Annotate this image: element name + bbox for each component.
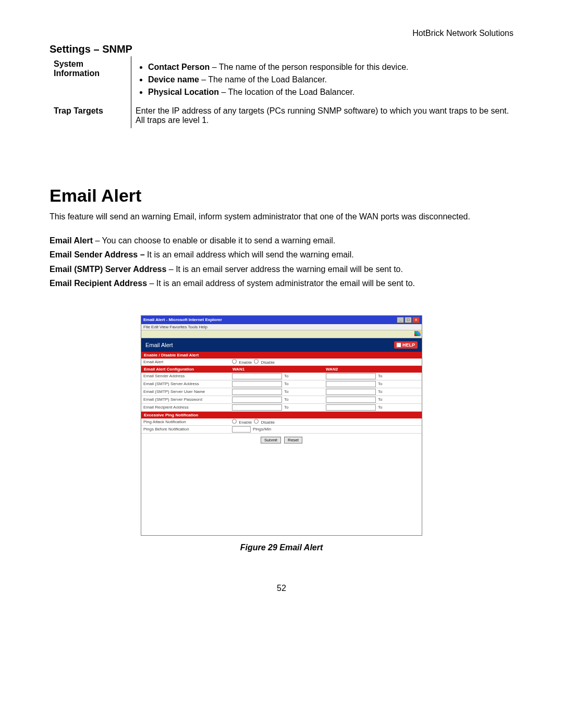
row-sender-address: Email Sender Address To To xyxy=(141,373,422,380)
term: Device name xyxy=(148,75,199,84)
row-label: Ping Attack Notification xyxy=(143,419,232,424)
browser-menubar[interactable]: File Edit View Favorites Tools Help xyxy=(141,324,422,330)
section-header-enable: Enable / Disable Email Alert xyxy=(141,352,422,359)
to-label: To xyxy=(284,405,288,410)
reset-button[interactable]: Reset xyxy=(284,437,302,443)
settings-snmp-title: Settings – SNMP xyxy=(50,43,513,55)
wan1-header: WAN1 xyxy=(232,367,326,372)
window-title: Email Alert - Microsoft Internet Explore… xyxy=(143,317,222,322)
browser-titlebar: Email Alert - Microsoft Internet Explore… xyxy=(141,316,422,324)
row-smtp-pass: Email (SMTP) Server Password To To xyxy=(141,396,422,404)
row-label: Email (SMTP) Server User Name xyxy=(143,389,232,394)
wan1-input[interactable] xyxy=(232,404,282,411)
enable-radio[interactable]: Enable xyxy=(232,359,252,365)
def-line: Email Alert – You can choose to enable o… xyxy=(50,235,513,246)
to-label: To xyxy=(378,405,382,410)
row-ping-attack: Ping Attack Notification Enable Disable xyxy=(141,418,422,426)
to-label: To xyxy=(378,381,382,386)
to-label: To xyxy=(378,397,382,402)
wan1-input[interactable] xyxy=(232,381,282,387)
config-header-text: Email Alert Configuration xyxy=(144,367,232,372)
submit-button[interactable]: Submit xyxy=(261,437,281,443)
page-number: 52 xyxy=(50,584,513,593)
disable-label: Disable xyxy=(261,360,275,365)
term: Physical Location xyxy=(148,88,219,96)
to-label: To xyxy=(284,389,288,394)
email-alert-heading: Email Alert xyxy=(50,186,513,206)
list-item: Device name – The name of the Load Balan… xyxy=(148,75,509,84)
minimize-button[interactable]: _ xyxy=(397,317,404,323)
def-line: Email Sender Address – It is an email ad… xyxy=(50,249,513,261)
desc: – The name of the person responsible for… xyxy=(210,63,408,71)
wan2-input[interactable] xyxy=(326,373,376,379)
row-smtp-server: Email (SMTP) Server Address To To xyxy=(141,380,422,388)
ping-enable-radio[interactable]: Enable xyxy=(232,419,252,425)
row-email-alert-enable: Email Alert Enable Disable xyxy=(141,359,422,366)
row-label: Pings Before Notification xyxy=(143,427,232,431)
row-recipient: Email Recipient Address To To xyxy=(141,404,422,412)
ping-disable-radio[interactable]: Disable xyxy=(254,419,275,425)
disable-radio[interactable]: Disable xyxy=(254,359,275,365)
row-smtp-user: Email (SMTP) Server User Name To To xyxy=(141,388,422,396)
wan1-input[interactable] xyxy=(232,373,282,379)
window-buttons: _ □ × xyxy=(397,317,420,323)
screenshot-figure: Email Alert - Microsoft Internet Explore… xyxy=(141,315,422,552)
row-label: Email Alert xyxy=(143,360,232,364)
list-item: Physical Location – The location of the … xyxy=(148,88,509,97)
ie-logo-icon xyxy=(414,331,421,336)
section-header-config: Email Alert Configuration WAN1 WAN2 xyxy=(141,366,422,373)
wan2-input[interactable] xyxy=(326,397,376,403)
row-label-trap-targets: Trap Targets xyxy=(50,103,131,128)
section-header-ping: Excessive Ping Notification xyxy=(141,412,422,418)
wan1-input[interactable] xyxy=(232,397,282,403)
term: Email Sender Address – xyxy=(50,250,145,259)
desc: – The location of the Load Balancer. xyxy=(219,88,354,96)
row-label-system-info: System Information xyxy=(50,56,131,103)
desc: – It is an email address of system admin… xyxy=(147,279,415,288)
list-item: Contact Person – The name of the person … xyxy=(148,63,509,72)
enable-label: Enable xyxy=(239,360,252,365)
wan2-input[interactable] xyxy=(326,404,376,411)
enable-label: Enable xyxy=(239,420,252,425)
to-label: To xyxy=(284,381,288,386)
browser-window: Email Alert - Microsoft Internet Explore… xyxy=(141,315,422,536)
to-label: To xyxy=(378,389,382,394)
system-info-list: Contact Person – The name of the person … xyxy=(136,63,509,97)
def-line: Email (SMTP) Server Address – It is an e… xyxy=(50,264,513,275)
to-label: To xyxy=(378,374,382,378)
trap-targets-text: Enter the IP address of any targets (PCs… xyxy=(131,103,514,128)
panel-title-text: Email Alert xyxy=(145,342,173,348)
wan2-header: WAN2 xyxy=(326,367,419,372)
browser-toolbar xyxy=(141,330,422,338)
row-pings-before: Pings Before Notification Pings/Min xyxy=(141,426,422,434)
page-header-company: HotBrick Network Solutions xyxy=(50,29,513,38)
wan2-input[interactable] xyxy=(326,381,376,387)
email-alert-intro: This feature will send an warning Email,… xyxy=(50,211,513,223)
settings-snmp-table: System Information Contact Person – The … xyxy=(50,56,513,128)
to-label: To xyxy=(284,374,288,378)
help-button[interactable]: HELP xyxy=(394,341,418,349)
pings-input[interactable] xyxy=(232,426,251,433)
blank-area xyxy=(141,447,422,535)
maximize-button[interactable]: □ xyxy=(405,317,412,323)
desc: – You can choose to enable or disable it… xyxy=(93,236,335,245)
row-label: Email Recipient Address xyxy=(143,405,232,410)
close-button[interactable]: × xyxy=(412,317,420,323)
term: Email Recipient Address xyxy=(50,279,147,288)
wan1-input[interactable] xyxy=(232,389,282,395)
to-label: To xyxy=(284,397,288,402)
figure-caption: Figure 29 Email Alert xyxy=(141,543,422,552)
term: Contact Person xyxy=(148,63,210,71)
wan2-input[interactable] xyxy=(326,389,376,395)
desc: – It is an email server address the warn… xyxy=(166,265,403,274)
def-line: Email Recipient Address – It is an email… xyxy=(50,278,513,289)
term: Email Alert xyxy=(50,236,93,245)
desc: – The name of the Load Balancer. xyxy=(199,75,327,84)
desc: It is an email address which will send t… xyxy=(145,250,354,259)
disable-label: Disable xyxy=(261,420,275,425)
row-label: Email (SMTP) Server Password xyxy=(143,397,232,402)
panel-title: Email Alert HELP xyxy=(141,338,422,352)
ping-unit: Pings/Min xyxy=(253,427,271,431)
row-label: Email (SMTP) Server Address xyxy=(143,381,232,386)
term: Email (SMTP) Server Address xyxy=(50,265,166,274)
